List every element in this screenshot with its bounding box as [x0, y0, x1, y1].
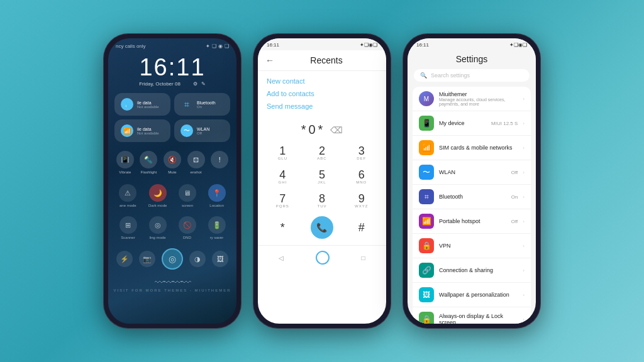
vpn-icon: 🔒	[419, 238, 434, 253]
chevron-icon: ›	[523, 268, 525, 273]
dialer-display: *0* ⌫	[258, 116, 386, 141]
chevron-icon: ›	[523, 194, 525, 200]
settings-item-alwayson[interactable]: 🔒 Always-on display & Lock screen ›	[413, 307, 531, 324]
call-button-wrap: 📞	[303, 212, 342, 243]
wallpaper-icon: 🖼	[419, 287, 434, 302]
search-icon: 🔍	[420, 72, 427, 79]
vibrate-shortcut[interactable]: 📳 Vibrate	[116, 151, 134, 174]
flash-bottom-icon[interactable]: ⚡	[116, 251, 133, 267]
status-time-2: 16:11	[267, 42, 279, 48]
chevron-icon: ›	[523, 145, 525, 151]
mute-shortcut[interactable]: 🔇 Mute	[164, 151, 181, 174]
data-tile[interactable]: 💧 ile data Not available	[114, 93, 170, 116]
status-icons: ✦ ❑ ◉ ❑	[206, 43, 229, 49]
screenshot-shortcut[interactable]: ⊡ enshot	[187, 151, 205, 174]
new-contact-action[interactable]: New contact	[267, 77, 377, 85]
brightness-icon[interactable]: ◑	[189, 251, 206, 267]
chevron-icon: ›	[523, 292, 525, 298]
bluetooth-settings-label: Bluetooth	[439, 194, 506, 200]
chevron-icon: ›	[523, 317, 525, 322]
send-message-action[interactable]: Send message	[267, 102, 377, 110]
dial-key-8[interactable]: 8 TUV	[303, 189, 342, 212]
settings-icon[interactable]: ⚙	[193, 81, 197, 87]
bluetooth-settings-icon: ⌗	[419, 189, 434, 204]
mydevice-icon: 📱	[419, 116, 434, 131]
nav-recents[interactable]: □	[362, 255, 365, 261]
wlan-icon: 〜	[180, 124, 193, 137]
chevron-icon: ›	[523, 121, 525, 126]
wlan-settings-icon: 〜	[419, 165, 434, 180]
settings-header: Settings	[408, 50, 536, 69]
status-time-3: 16:11	[416, 42, 429, 48]
chevron-icon: ›	[523, 219, 525, 224]
call-button[interactable]: 📞	[311, 216, 333, 239]
dnd-toggle[interactable]: 🚫 DND	[179, 216, 196, 239]
settings-item-connection[interactable]: 🔗 Connection & sharing ›	[413, 258, 531, 283]
status-icons-2: ✦❑◉❑	[360, 42, 377, 48]
settings-item-wallpaper[interactable]: 🖼 Wallpaper & personalization ›	[413, 283, 531, 307]
dial-key-star[interactable]: *	[263, 212, 303, 243]
chevron-icon: ›	[523, 170, 525, 175]
settings-item-bluetooth[interactable]: ⌗ Bluetooth On ›	[413, 185, 531, 209]
chevron-icon: ›	[523, 243, 525, 249]
scanner-toggle[interactable]: ⊞ Scanner	[119, 216, 137, 239]
camera-icon[interactable]: 📷	[139, 251, 155, 267]
dark-mode-icon: 🌙	[149, 184, 167, 202]
edit-icon[interactable]: ✎	[201, 81, 206, 87]
lock-screen-time: 16:11	[108, 54, 236, 81]
status-bar-3: 16:11 ✦❑◉❑	[408, 38, 536, 50]
location-toggle[interactable]: 📍 Location	[208, 184, 226, 207]
dnd-icon: 🚫	[179, 216, 196, 234]
dial-key-1[interactable]: 1 GLU	[263, 141, 303, 165]
dial-key-5[interactable]: 5 JKL	[303, 165, 342, 189]
dial-key-2[interactable]: 2 ABC	[303, 141, 342, 165]
nav-back[interactable]: ◁	[279, 255, 284, 261]
screen-toggle[interactable]: 🖥 screen	[179, 184, 196, 207]
wlan-tile[interactable]: 〜 WLAN Off	[174, 119, 230, 142]
more-icon: !	[211, 151, 228, 168]
mobile-data-tile[interactable]: 📶 ile data Not available	[114, 119, 170, 142]
dial-key-7[interactable]: 7 PQRS	[263, 189, 303, 212]
more-shortcut[interactable]: !	[211, 151, 228, 174]
bluetooth-value: On	[511, 194, 518, 200]
dial-key-hash[interactable]: #	[341, 212, 381, 243]
ring-mode-icon: ◎	[149, 216, 167, 234]
settings-item-mydevice[interactable]: 📱 My device MIUI 12.5 S ›	[413, 111, 531, 136]
settings-item-wlan[interactable]: 〜 WLAN Off ›	[413, 160, 531, 185]
nav-home[interactable]	[316, 251, 330, 265]
phone-lock-screen: ncy calls only ✦ ❑ ◉ ❑ 16:11 Friday, Oct…	[103, 33, 242, 329]
recents-header: ← Recents	[258, 50, 386, 71]
watermark: VISIT FOR MORE THEMES - MIUITHEMER	[113, 288, 231, 292]
add-to-contacts-action[interactable]: Add to contacts	[267, 90, 377, 97]
settings-item-vpn[interactable]: 🔒 VPN ›	[413, 234, 531, 258]
screen-icon: 🖥	[179, 184, 196, 202]
location-icon: 📍	[208, 184, 226, 202]
phone-recents: 16:11 ✦❑◉❑ ← Recents New contact Add to …	[253, 33, 391, 329]
dial-key-6[interactable]: 6 MNO	[341, 165, 381, 189]
image-icon[interactable]: 🖼	[212, 251, 228, 267]
home-circle-icon[interactable]: ◎	[162, 248, 183, 270]
bluetooth-tile[interactable]: ⌗ Bluetooth On	[174, 93, 230, 116]
plane-mode-toggle[interactable]: ⚠ ane mode	[119, 184, 136, 207]
settings-item-sim[interactable]: 📶 SIM cards & mobile networks ›	[413, 136, 531, 160]
backspace-button[interactable]: ⌫	[330, 125, 343, 135]
status-text: ncy calls only	[116, 43, 146, 49]
settings-search-bar[interactable]: 🔍 Search settings	[414, 69, 530, 82]
scanner-row: ⊞ Scanner ◎ ling mode 🚫 DND 🔋 ry saver	[113, 212, 231, 243]
dark-mode-toggle[interactable]: 🌙 Dark mode	[148, 184, 167, 207]
dial-key-9[interactable]: 9 WXYZ	[341, 189, 381, 212]
mobile-data-icon: 📶	[121, 124, 133, 137]
screenshot-icon: ⊡	[187, 151, 205, 168]
ring-mode-toggle[interactable]: ◎ ling mode	[149, 216, 167, 239]
alwayson-label: Always-on display & Lock screen	[439, 313, 518, 324]
settings-item-hotspot[interactable]: 📶 Portable hotspot Off ›	[413, 209, 531, 234]
back-button[interactable]: ←	[265, 55, 274, 65]
dialer-grid: 1 GLU 2 ABC 3 DEF 4 GHI 5 JKL 6 MNO	[263, 141, 381, 212]
dial-key-3[interactable]: 3 DEF	[341, 141, 381, 165]
settings-item-miuithemer[interactable]: M Miuithemer Manage accounts, cloud serv…	[413, 87, 531, 111]
dial-key-4[interactable]: 4 GHI	[263, 165, 303, 189]
bottom-nav: ◁ □	[258, 245, 386, 270]
flashlight-shortcut[interactable]: 🔦 Flashlight	[140, 151, 157, 174]
battery-saver-toggle[interactable]: 🔋 ry saver	[208, 216, 226, 239]
alwayson-icon: 🔒	[419, 312, 434, 324]
